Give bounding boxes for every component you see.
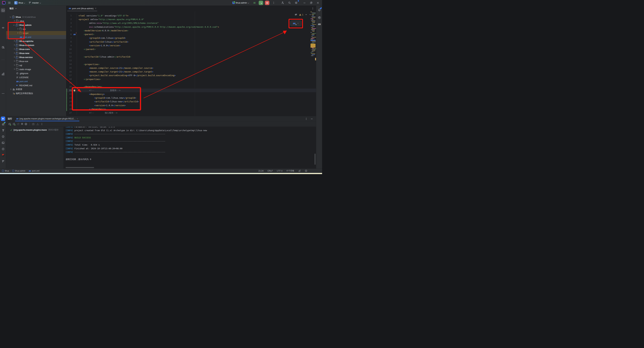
chevron-closed-icon[interactable] — [13, 60, 15, 62]
breadcrumb-item-lihua[interactable]: lihua — [2, 170, 9, 172]
maven-parent-gutter-icon[interactable]: m↑ — [73, 33, 76, 36]
notifications-button[interactable] — [317, 8, 322, 12]
tree-item-[interactable]: 临时文件和控制台 — [6, 92, 66, 96]
window-restore-button[interactable] — [309, 1, 314, 5]
editor-options-kebab[interactable] — [312, 7, 314, 10]
code-line-20[interactable]: 20 <dependencies> — [66, 85, 316, 88]
rerun-icon[interactable] — [8, 122, 11, 125]
code-line-18[interactable]: 18 </properties> — [66, 77, 316, 81]
tree-item-lihua-captcha[interactable]: lihua-captcha — [6, 39, 66, 43]
tree-item-README.md[interactable]: M↓README.md — [6, 83, 66, 88]
console-vertical-scrollbar[interactable] — [314, 154, 316, 165]
git-tool-button[interactable] — [1, 159, 5, 164]
code-line-16[interactable]: 16 <maven.compiler.target>21</maven.comp… — [66, 70, 316, 74]
tree-item-.gitignore[interactable]: .gitignore — [6, 71, 66, 75]
debug-tool-button[interactable] — [1, 122, 5, 126]
close-icon[interactable] — [297, 22, 299, 24]
chevron-closed-icon[interactable] — [13, 56, 15, 58]
run-configuration-selector[interactable]: lihua-admin — [231, 1, 250, 5]
more-actions-button[interactable] — [271, 1, 276, 5]
run-tab[interactable]: m [org.apache.maven.plugins:maven-archet… — [15, 116, 80, 121]
editor-tab-pom[interactable]: m pom.xml (lihua-admin) — [66, 6, 98, 11]
tree-item-[interactable]: 外部库 — [6, 88, 66, 92]
commit-tool-button[interactable] — [1, 26, 5, 30]
tree-item-LICENSE[interactable]: LICENSE — [6, 75, 66, 79]
problems-tool-button[interactable] — [1, 147, 5, 151]
hide-tool-window-icon[interactable] — [310, 118, 313, 120]
code-line-26[interactable]: 26 </dependency> — [66, 107, 316, 111]
ai-assistant-button[interactable] — [317, 15, 322, 20]
run-tool-button[interactable] — [1, 116, 5, 121]
code-line-21[interactable]: 21 <!-- 新模块--> — [66, 88, 316, 92]
previous-problem-icon[interactable] — [305, 14, 307, 16]
project-tool-button[interactable] — [1, 8, 5, 12]
console-horizontal-scrollbar[interactable] — [66, 167, 94, 168]
chevron-closed-icon[interactable] — [13, 48, 15, 50]
inspections-widget[interactable]: 1 — [294, 13, 311, 16]
breadcrumb-item-pom.xml[interactable]: mpom.xml — [28, 170, 40, 172]
maven-reload-icon[interactable]: m⟳ — [293, 22, 296, 25]
highlighting-level-eye-icon[interactable] — [294, 13, 297, 16]
code-line-25[interactable]: 25 <version>1.0.0</version> — [66, 104, 316, 107]
code-line-3[interactable]: 3 xmlns:xsi="http://www.w3.org/2001/XMLS… — [66, 21, 316, 25]
maven-tool-button[interactable]: m — [317, 22, 322, 26]
chevron-open-icon[interactable] — [10, 16, 12, 18]
code-line-24[interactable]: 24 <artifactId>lihua-new</artifactId> — [66, 100, 316, 104]
maven-reload-floating-widget[interactable]: m⟳ — [290, 20, 302, 26]
code-with-me-button[interactable] — [280, 1, 285, 5]
code-line-6[interactable]: 6m↑ <parent> — [66, 32, 316, 36]
tree-item-lihua[interactable]: lihuaD:\Code\lihua — [6, 15, 66, 19]
window-minimize-button[interactable] — [302, 1, 307, 5]
file-encoding[interactable]: UTF-8 — [277, 170, 282, 172]
tree-item-lihua-common[interactable]: lihua-common — [6, 43, 66, 47]
code-line-15[interactable]: 15 <maven.compiler.source>21</maven.comp… — [66, 66, 316, 70]
chevron-closed-icon[interactable] — [13, 40, 15, 42]
chevron-closed-icon[interactable] — [16, 32, 19, 34]
code-line-27[interactable]: 27 <!-- 核心模块--> — [66, 111, 316, 115]
code-line-1[interactable]: 1<?xml version="1.0" encoding="UTF-8"?> — [66, 14, 316, 18]
build-tool-button[interactable] — [1, 128, 5, 132]
run-console[interactable]: [INFO] Parameter: version, Value: 1.0.0[… — [64, 127, 316, 169]
tree-item-lihua-admin[interactable]: lihua-admin — [6, 23, 66, 27]
code-line-4[interactable]: 4 xsi:schemaLocation="http://maven.apach… — [66, 25, 316, 29]
tree-item-lihua-service[interactable]: lihua-service — [6, 55, 66, 59]
tree-item-.idea[interactable]: .idea — [6, 19, 66, 23]
database-tool-button[interactable] — [1, 45, 5, 50]
structure-tool-button[interactable] — [1, 72, 5, 76]
code-line-17[interactable]: 17 <project.build.sourceEncoding>UTF-8</… — [66, 74, 316, 77]
code-line-2[interactable]: 2<project xmlns="http://maven.apache.org… — [66, 18, 316, 21]
tree-item-static-image[interactable]: static-image — [6, 67, 66, 71]
show-running-list-icon[interactable] — [24, 122, 27, 125]
code-viewport[interactable]: 1<?xml version="1.0" encoding="UTF-8"?>2… — [66, 11, 316, 116]
line-ending[interactable]: CRLF — [268, 170, 273, 172]
code-line-5[interactable]: 5 <modelVersion>4.0.0</modelVersion> — [66, 29, 316, 32]
code-line-23[interactable]: 23 <groupId>com.lihua.new</groupId> — [66, 96, 316, 100]
code-line-13[interactable]: 13 — [66, 59, 316, 62]
tree-item-lihua-new[interactable]: lihua-new — [6, 51, 66, 55]
close-icon[interactable] — [76, 118, 78, 120]
pause-button[interactable] — [252, 1, 257, 5]
unlock-icon[interactable] — [298, 170, 301, 172]
rerun-button[interactable] — [259, 1, 263, 5]
export-icon-disabled[interactable] — [36, 122, 39, 125]
chevron-closed-icon[interactable] — [13, 52, 15, 54]
warning-stripe-mark[interactable] — [315, 58, 316, 60]
caret-position[interactable]: 21:24 — [258, 170, 264, 172]
project-panel-header[interactable]: 项目 — [6, 6, 66, 12]
close-icon[interactable] — [94, 8, 97, 10]
intellij-logo-icon[interactable]: IJ — [2, 1, 5, 4]
console-options-kebab[interactable] — [40, 122, 43, 125]
intention-bulb-icon[interactable] — [74, 90, 75, 91]
chevron-closed-icon[interactable] — [13, 20, 15, 22]
run-options-kebab[interactable] — [305, 118, 308, 120]
chevron-closed-icon[interactable] — [16, 28, 19, 30]
resume-icon-disabled[interactable] — [17, 122, 20, 125]
tree-item-lihua-core[interactable]: lihua-core — [6, 47, 66, 51]
code-line-19[interactable]: 19 — [66, 81, 316, 85]
plugin-tool-button[interactable] — [1, 153, 5, 157]
chevron-open-icon[interactable] — [13, 24, 15, 26]
tree-item-sql[interactable]: sql — [6, 63, 66, 67]
chevron-closed-icon[interactable] — [13, 44, 15, 46]
code-line-8[interactable]: 8 <artifactId>lihua</artifactId> — [66, 40, 316, 44]
code-line-12[interactable]: 12 <artifactId>lihua-admin</artifactId> — [66, 55, 316, 58]
